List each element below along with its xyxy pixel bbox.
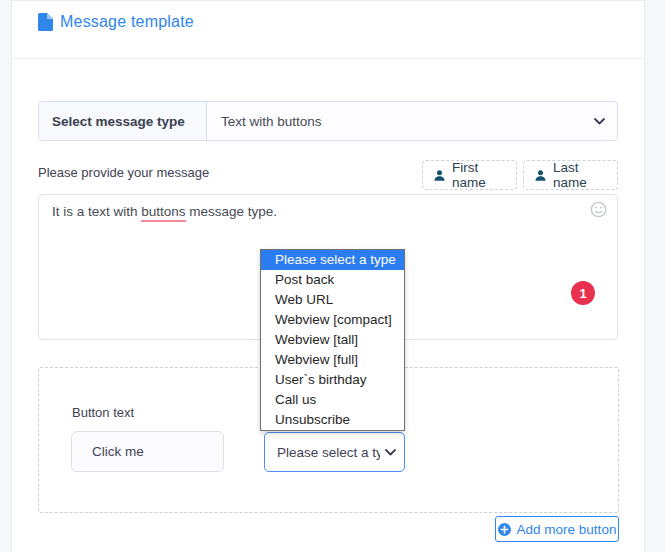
dropdown-option[interactable]: Webview [tall]: [261, 330, 404, 350]
person-icon: [534, 169, 547, 182]
page: Message template Select message type Tex…: [0, 0, 665, 552]
plus-circle-icon: [498, 523, 511, 536]
button-type-dropdown: Please select a type Post back Web URL W…: [260, 249, 405, 431]
message-text: It is a text with buttons message type.: [52, 204, 277, 219]
button-text-input[interactable]: [71, 431, 224, 472]
message-type-group: Select message type Text with buttons: [38, 101, 618, 141]
dropdown-option[interactable]: Call us: [261, 390, 404, 410]
chevron-down-icon: [594, 118, 605, 125]
dropdown-option[interactable]: Post back: [261, 270, 404, 290]
message-label: Please provide your message: [38, 165, 209, 180]
add-more-button[interactable]: Add more button: [495, 516, 619, 542]
misspelled-word: buttons: [141, 204, 185, 222]
last-name-button[interactable]: Last name: [523, 160, 618, 190]
message-type-selected-value: Text with buttons: [221, 114, 322, 129]
dropdown-option[interactable]: Webview [compact]: [261, 310, 404, 330]
chevron-down-icon: [385, 449, 396, 456]
person-icon: [433, 169, 446, 182]
emoji-picker-icon[interactable]: [590, 201, 607, 218]
message-type-select[interactable]: Text with buttons: [207, 102, 617, 140]
first-name-button[interactable]: First name: [422, 160, 517, 190]
button-text-label: Button text: [72, 405, 134, 420]
dropdown-option[interactable]: Webview [full]: [261, 350, 404, 370]
message-type-label: Select message type: [39, 102, 207, 140]
dropdown-option[interactable]: Unsubscribe: [261, 410, 404, 430]
message-template-card: Message template Select message type Tex…: [11, 0, 645, 552]
add-more-button-label: Add more button: [517, 522, 617, 537]
card-header: Message template: [12, 1, 644, 59]
button-type-select[interactable]: Please select a ty: [264, 432, 405, 472]
first-name-button-label: First name: [452, 160, 506, 190]
dropdown-option[interactable]: User`s birthday: [261, 370, 404, 390]
dropdown-option[interactable]: Web URL: [261, 290, 404, 310]
page-title: Message template: [60, 13, 194, 31]
document-icon: [38, 13, 53, 31]
last-name-button-label: Last name: [553, 160, 607, 190]
dropdown-option[interactable]: Please select a type: [261, 250, 404, 270]
notification-badge: 1: [571, 281, 595, 305]
button-type-select-value: Please select a ty: [277, 445, 380, 460]
